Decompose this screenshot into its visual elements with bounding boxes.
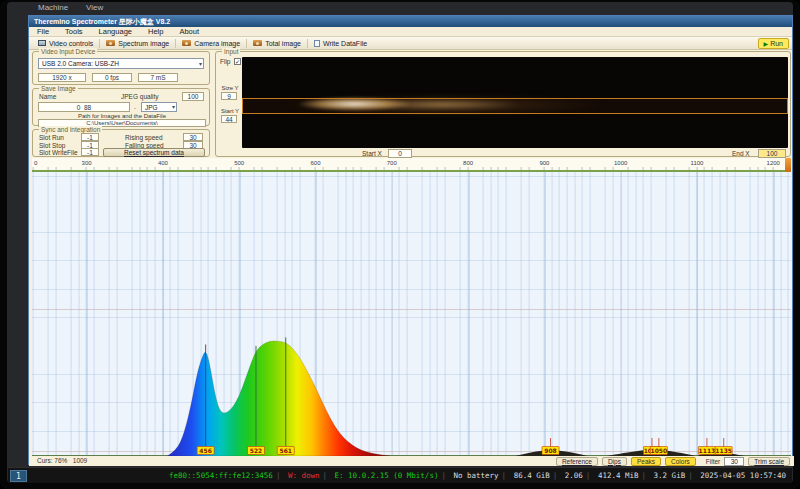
camera-icon xyxy=(106,40,115,46)
image-name-field[interactable]: 0_88 xyxy=(38,102,130,112)
camera-device-select[interactable]: USB 2.0 Camera: USB-ZH ▾ xyxy=(38,58,204,69)
video-controls-button[interactable]: Video controls xyxy=(32,38,99,49)
wavelength-ruler[interactable]: 0300400500600700800900100011001200 xyxy=(32,158,791,172)
ruler-tick-label: 600 xyxy=(306,160,326,166)
peak-label-text: 561 xyxy=(279,447,292,454)
ruler-tick-label: 0 xyxy=(32,160,42,166)
latency-readout: 7 mS xyxy=(138,73,178,82)
ruler-tick-label: 300 xyxy=(77,160,97,166)
scanline-selection-rect[interactable] xyxy=(242,98,788,114)
status-separator: | xyxy=(688,471,693,480)
slot-writefile-field[interactable]: -1 xyxy=(81,148,99,156)
slot-run-label: Slot Run xyxy=(39,134,64,141)
screenshot-stage: Machine View Theremino Spectrometer 星际小魔… xyxy=(0,0,800,489)
vm-menu-view[interactable]: View xyxy=(86,3,103,12)
jpeg-quality-field[interactable]: 100 xyxy=(182,92,204,101)
camera-view[interactable] xyxy=(242,57,788,148)
chevron-down-icon: ▾ xyxy=(172,103,175,112)
ruler-tick-label: 500 xyxy=(229,160,249,166)
write-datafile-label: Write DataFile xyxy=(323,40,367,47)
file-icon xyxy=(314,40,320,47)
filter-field[interactable]: 30 xyxy=(724,457,744,466)
run-button[interactable]: ▶ Run xyxy=(758,38,789,49)
battery-status: No battery xyxy=(453,471,498,480)
image-format-value: JPG xyxy=(145,104,158,111)
workspace-button[interactable]: 1 xyxy=(10,470,27,482)
menu-language[interactable]: Language xyxy=(91,27,140,36)
spectrum-image-label: Spectrum image xyxy=(118,40,169,47)
app-toolbar: Video controls Spectrum image Camera ima… xyxy=(29,37,792,50)
size-y-field[interactable]: 9 xyxy=(221,92,237,100)
total-image-button[interactable]: Total image xyxy=(247,38,307,49)
ruler-tick-label: 1000 xyxy=(611,160,631,166)
end-x-marker[interactable] xyxy=(785,158,791,172)
ruler-tick-label: 800 xyxy=(458,160,478,166)
video-input-group-label: Video Input Device xyxy=(39,48,97,56)
app-menubar: File Tools Language Help About xyxy=(29,27,792,37)
peaks-button[interactable]: Peaks xyxy=(631,457,661,466)
status-separator: | xyxy=(276,471,281,480)
spectrum-image-button[interactable]: Spectrum image xyxy=(100,38,175,49)
ruler-tick-label: 900 xyxy=(534,160,554,166)
trim-scale-button[interactable]: Trim scale xyxy=(748,457,790,466)
swap-status: 3.2 GiB xyxy=(654,471,686,480)
menu-file[interactable]: File xyxy=(29,27,57,36)
end-x-field[interactable]: 100 xyxy=(758,149,786,158)
spectrum-chart[interactable]: 4565225619081041105011131135 xyxy=(32,172,791,456)
cursor-readout: Curs: 76% 1009 xyxy=(37,457,87,464)
input-group-label: Input xyxy=(222,48,240,56)
rising-speed-label: Rising speed xyxy=(125,134,163,141)
save-image-group-label: Save Image xyxy=(39,85,78,93)
disk-status: 86.4 GiB xyxy=(514,471,550,480)
chart-controls: Reference Dips Peaks Colors Filter 30 Tr… xyxy=(556,456,790,466)
flip-checkbox[interactable]: ✓ xyxy=(234,58,241,65)
status-separator: | xyxy=(502,471,507,480)
app-window: Theremino Spectrometer 星际小魔盒 V8.2 File T… xyxy=(28,15,793,465)
status-separator: | xyxy=(586,471,591,480)
flip-label: Flip xyxy=(220,58,230,65)
sync-group: Sync and integration Slot Run -1 Rising … xyxy=(32,129,210,157)
name-dot-label: . xyxy=(134,103,136,110)
resolution-readout: 1920 x xyxy=(38,73,86,82)
dips-button[interactable]: Dips xyxy=(602,457,627,466)
system-status: fe80::5054:ff:fe12:3456| W: down| E: 10.… xyxy=(169,470,786,482)
spectrum-curve xyxy=(167,341,390,456)
play-icon: ▶ xyxy=(764,41,769,47)
colors-button[interactable]: Colors xyxy=(665,457,696,466)
status-separator: | xyxy=(642,471,647,480)
ruler-tick-label: 400 xyxy=(153,160,173,166)
camera-device-value: USB 2.0 Camera: USB-ZH xyxy=(42,60,119,67)
save-image-group: Save Image Name JPEG quality 100 0_88 . … xyxy=(32,88,210,126)
peak-label-text: 1050 xyxy=(650,447,667,454)
ruler-tick-label: 1100 xyxy=(687,160,707,166)
reference-button[interactable]: Reference xyxy=(556,457,598,466)
vm-menu-machine[interactable]: Machine xyxy=(38,3,68,12)
monitor-icon xyxy=(38,40,46,46)
peak-label-text: 908 xyxy=(544,447,557,454)
window-titlebar[interactable]: Theremino Spectrometer 星际小魔盒 V8.2 xyxy=(29,16,792,27)
ruler-tick-label: 700 xyxy=(382,160,402,166)
status-separator: | xyxy=(441,471,446,480)
spectrum-plot: 4565225619081041105011131135 xyxy=(32,172,791,456)
ruler-tick-marks xyxy=(32,167,791,170)
size-y-label: Size Y xyxy=(218,85,242,91)
status-separator: | xyxy=(553,471,558,480)
menu-tools[interactable]: Tools xyxy=(57,27,91,36)
chart-footer: Curs: 76% 1009 Reference Dips Peaks Colo… xyxy=(29,456,794,466)
reset-spectrum-button[interactable]: Reset spectrum data xyxy=(103,148,205,157)
start-x-field[interactable]: 0 xyxy=(388,149,412,158)
start-y-field[interactable]: 44 xyxy=(221,115,237,123)
status-separator: | xyxy=(323,471,328,480)
menu-about[interactable]: About xyxy=(171,27,207,36)
peak-label-text: 1113 xyxy=(699,447,716,454)
write-datafile-button[interactable]: Write DataFile xyxy=(308,38,373,49)
load-status: 2.06 xyxy=(565,471,583,480)
ruler-tick-label: 1200 xyxy=(763,160,783,166)
desktop-statusbar: 1 fe80::5054:ff:fe12:3456| W: down| E: 1… xyxy=(8,467,792,483)
ethernet-status: E: 10.0.2.15 (0 Mbit/s) xyxy=(335,471,439,480)
image-format-select[interactable]: JPG ▾ xyxy=(141,102,177,112)
camera-image-button[interactable]: Camera image xyxy=(176,38,246,49)
filter-label: Filter xyxy=(706,458,720,465)
end-x-label: End X xyxy=(732,150,750,157)
menu-help[interactable]: Help xyxy=(140,27,171,36)
